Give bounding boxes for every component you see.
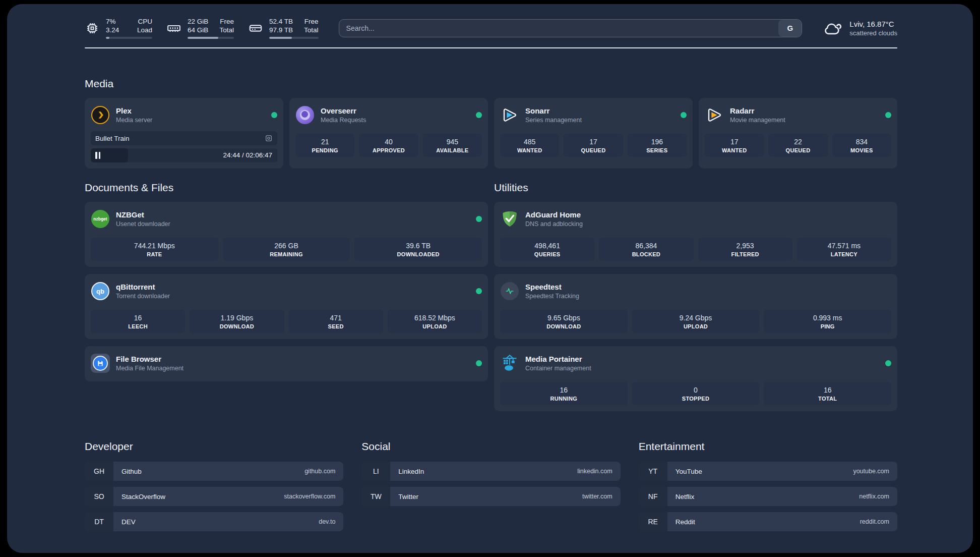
radarr-icon xyxy=(705,105,724,125)
stat-upload: 9.24 GbpsUPLOAD xyxy=(632,310,760,333)
bookmark-netflix[interactable]: NF Netflix netflix.com xyxy=(639,487,897,506)
overseerr-icon xyxy=(296,106,314,124)
cpu-usage: 7% xyxy=(106,18,116,25)
stat-total: 16TOTAL xyxy=(764,382,891,405)
search-bar: G xyxy=(339,19,803,37)
search-input[interactable] xyxy=(339,20,779,37)
header: 7% 3.24 CPU Load 22 GiB 64 G xyxy=(85,17,897,39)
bookmark-abbr: LI xyxy=(361,462,390,481)
service-description: Usenet downloader xyxy=(116,220,170,228)
service-card-adguard[interactable]: AdGuard Home DNS and adblocking 498,461Q… xyxy=(494,202,897,267)
service-name: Plex xyxy=(116,106,152,116)
bookmark-url: netflix.com xyxy=(859,493,889,500)
player-progress-bar[interactable]: 24:44 / 02:06:47 xyxy=(91,148,277,162)
pause-icon[interactable] xyxy=(95,152,100,159)
service-name: Radarr xyxy=(730,106,785,116)
bookmark-url: reddit.com xyxy=(860,518,889,525)
entertainment-section-title: Entertainment xyxy=(639,440,897,453)
search-provider-button[interactable]: G xyxy=(778,20,802,37)
service-description: Media File Management xyxy=(116,365,183,372)
bookmark-dev[interactable]: DT DEV dev.to xyxy=(85,512,343,531)
bookmark-name: YouTube xyxy=(676,468,702,475)
qbittorrent-icon: qb xyxy=(91,282,109,300)
stat-upload: 618.52 MbpsUPLOAD xyxy=(388,310,482,333)
sonarr-icon xyxy=(500,105,519,125)
status-dot xyxy=(271,112,277,118)
bookmark-group-social: Social LI LinkedIn linkedin.com TW Twitt… xyxy=(361,440,620,531)
service-card-filebrowser[interactable]: File Browser Media File Management xyxy=(85,346,488,381)
bookmark-github[interactable]: GH Github github.com xyxy=(85,462,343,481)
filebrowser-icon xyxy=(91,354,110,373)
bookmark-group-entertainment: Entertainment YT YouTube youtube.com NF … xyxy=(639,440,897,531)
cpu-icon xyxy=(85,21,100,36)
service-name: File Browser xyxy=(116,355,183,364)
section-documents: Documents & Files nzbget NZBGet Usenet d… xyxy=(85,182,488,381)
bookmark-abbr: NF xyxy=(639,487,667,506)
status-dot xyxy=(885,360,891,366)
bookmark-name: Github xyxy=(121,468,142,475)
stat-stopped: 0STOPPED xyxy=(632,382,760,405)
weather-location-temp: Lviv, 16.87°C xyxy=(849,20,897,28)
cpu-load: 3.24 xyxy=(106,26,119,34)
bookmark-name: Twitter xyxy=(398,493,418,500)
stat-rate: 744.21 MbpsRATE xyxy=(91,238,218,261)
bookmark-url: linkedin.com xyxy=(577,468,612,475)
stat-download: 1.19 GbpsDOWNLOAD xyxy=(190,310,284,333)
disk-stat: 52.4 TB 97.9 TB Free Total xyxy=(248,17,319,39)
bookmark-stackoverflow[interactable]: SO StackOverflow stackoverflow.com xyxy=(85,487,343,506)
service-card-nzbget[interactable]: nzbget NZBGet Usenet downloader 744.21 M… xyxy=(85,202,488,267)
bookmark-name: DEV xyxy=(121,518,136,526)
header-divider xyxy=(85,47,897,48)
service-card-overseerr[interactable]: Overseerr Media Requests 21PENDING 40APP… xyxy=(289,98,488,169)
cpu-label1: CPU xyxy=(138,18,152,25)
weather-condition: scattered clouds xyxy=(849,29,897,37)
service-card-portainer[interactable]: Media Portainer Container management 16R… xyxy=(494,346,897,411)
bookmark-twitter[interactable]: TW Twitter twitter.com xyxy=(361,487,620,506)
bookmark-url: twitter.com xyxy=(582,493,612,500)
mem-total: 64 GiB xyxy=(188,26,208,34)
status-dot xyxy=(476,288,482,294)
bookmark-reddit[interactable]: RE Reddit reddit.com xyxy=(639,512,897,531)
bookmark-url: stackoverflow.com xyxy=(284,493,335,500)
service-description: Container management xyxy=(525,365,591,372)
bookmark-name: LinkedIn xyxy=(398,468,424,475)
adguard-icon xyxy=(500,209,519,229)
memory-icon xyxy=(166,21,181,36)
cloud-icon xyxy=(823,20,843,37)
portainer-icon xyxy=(500,354,519,373)
service-name: qBittorrent xyxy=(116,283,170,292)
nzbget-icon: nzbget xyxy=(91,210,109,228)
status-dot xyxy=(476,216,482,222)
service-card-sonarr[interactable]: Sonarr Series management 485WANTED 17QUE… xyxy=(494,98,693,169)
bookmark-youtube[interactable]: YT YouTube youtube.com xyxy=(639,462,897,481)
service-card-qbittorrent[interactable]: qb qBittorrent Torrent downloader 16LEEC… xyxy=(85,274,488,339)
disk-total: 97.9 TB xyxy=(269,26,293,34)
service-card-plex[interactable]: Plex Media server Bullet Train xyxy=(85,98,283,169)
player-view-icon[interactable] xyxy=(265,134,273,142)
bookmark-url: dev.to xyxy=(319,518,335,525)
speedtest-icon xyxy=(501,282,519,300)
memory-stat: 22 GiB 64 GiB Free Total xyxy=(166,17,234,39)
service-card-speedtest[interactable]: Speedtest Speedtest Tracking 9.65 GbpsDO… xyxy=(494,274,897,339)
service-description: Media Requests xyxy=(321,117,366,124)
stat-leech: 16LEECH xyxy=(91,310,185,333)
bookmark-group-developer: Developer GH Github github.com SO StackO… xyxy=(85,440,343,531)
bookmark-name: Netflix xyxy=(676,493,695,500)
stat-seed: 471SEED xyxy=(289,310,383,333)
bookmark-url: github.com xyxy=(304,468,335,475)
stat-approved: 40APPROVED xyxy=(359,134,418,157)
stat-remaining: 266 GBREMAINING xyxy=(223,238,350,261)
plex-icon xyxy=(91,106,109,124)
bookmark-abbr: GH xyxy=(85,462,113,481)
status-dot xyxy=(681,112,687,118)
service-name: AdGuard Home xyxy=(525,210,583,219)
bookmark-linkedin[interactable]: LI LinkedIn linkedin.com xyxy=(361,462,620,481)
service-card-radarr[interactable]: Radarr Movie management 17WANTED 22QUEUE… xyxy=(699,98,897,169)
service-description: Torrent downloader xyxy=(116,293,170,300)
stat-ping: 0.993 msPING xyxy=(764,310,891,333)
service-description: Movie management xyxy=(730,117,785,124)
service-description: Media server xyxy=(116,117,152,124)
stat-series: 196SERIES xyxy=(628,134,687,157)
service-name: Media Portainer xyxy=(525,355,591,364)
stat-queued: 17QUEUED xyxy=(564,134,623,157)
